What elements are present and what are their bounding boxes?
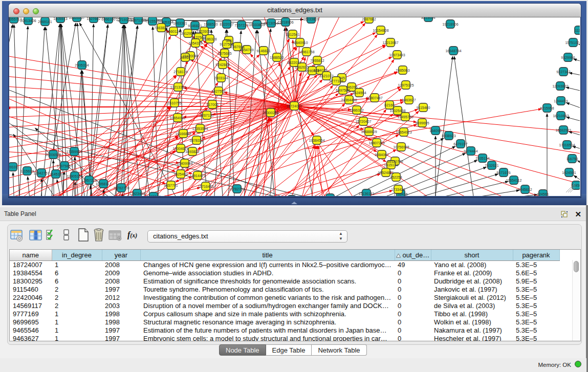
svg-text:116753: 116753 (567, 157, 578, 161)
svg-text:2935134: 2935134 (475, 157, 489, 160)
svg-text:3912954: 3912954 (181, 32, 194, 35)
svg-text:12975125: 12975125 (398, 83, 413, 87)
svg-text:12213383: 12213383 (170, 85, 186, 89)
svg-text:10756928: 10756928 (393, 145, 409, 149)
svg-text:8322037: 8322037 (287, 61, 301, 64)
svg-text:16648784: 16648784 (445, 49, 461, 53)
svg-text:15716485: 15716485 (198, 185, 213, 188)
svg-text:9242848: 9242848 (215, 63, 229, 67)
svg-text:1733436: 1733436 (394, 192, 407, 196)
svg-text:924561: 924561 (537, 192, 549, 196)
svg-text:10807487: 10807487 (366, 96, 382, 100)
svg-text:1024501: 1024501 (562, 171, 576, 174)
svg-text:7955812: 7955812 (310, 59, 324, 62)
svg-text:9329966: 9329966 (561, 56, 575, 59)
svg-text:3493822: 3493822 (185, 150, 199, 154)
svg-text:16120746: 16120746 (387, 160, 403, 163)
svg-text:9084067: 9084067 (375, 153, 388, 157)
svg-text:9146821: 9146821 (256, 49, 270, 53)
svg-text:252254: 252254 (390, 176, 402, 179)
svg-text:10688609: 10688609 (361, 130, 377, 134)
svg-text:16640910: 16640910 (292, 41, 308, 45)
svg-text:1115619: 1115619 (20, 169, 34, 173)
svg-text:6497568: 6497568 (336, 89, 350, 92)
svg-text:19218906: 19218906 (277, 20, 293, 24)
svg-text:13524851: 13524851 (378, 171, 394, 174)
svg-text:20913406: 20913406 (20, 19, 36, 23)
svg-text:8215958: 8215958 (540, 106, 554, 110)
svg-text:23226058: 23226058 (196, 30, 212, 33)
svg-text:16782759: 16782759 (229, 187, 245, 191)
svg-text:2069141: 2069141 (38, 20, 52, 24)
svg-text:10025438: 10025438 (389, 109, 405, 113)
svg-text:19384554: 19384554 (309, 139, 324, 142)
svg-text:3878332: 3878332 (189, 139, 203, 142)
svg-text:3624554: 3624554 (352, 91, 366, 95)
svg-text:16210643: 16210643 (553, 114, 569, 118)
svg-text:2087682: 2087682 (362, 17, 376, 21)
svg-text:2905334: 2905334 (159, 20, 173, 24)
svg-text:1362615: 1362615 (295, 65, 309, 69)
svg-text:9146821: 9146821 (188, 24, 202, 28)
svg-text:9463627: 9463627 (402, 98, 416, 102)
svg-text:1733426: 1733426 (391, 188, 405, 191)
svg-text:114519: 114519 (50, 172, 62, 176)
svg-text:10975857: 10975857 (56, 164, 72, 168)
svg-text:12093822: 12093822 (552, 84, 568, 88)
svg-text:9115460: 9115460 (417, 106, 430, 110)
svg-text:19654923: 19654923 (396, 130, 411, 134)
svg-text:164095: 164095 (429, 129, 441, 133)
svg-text:16671355: 16671355 (130, 18, 146, 22)
svg-text:2905334: 2905334 (75, 63, 89, 67)
svg-text:10654112: 10654112 (506, 179, 522, 182)
svg-text:12942757: 12942757 (33, 171, 49, 175)
svg-text:15136141: 15136141 (358, 192, 374, 195)
svg-text:10958117: 10958117 (96, 182, 112, 186)
svg-text:1621072: 1621072 (319, 74, 333, 78)
svg-text:9657791: 9657791 (164, 184, 178, 187)
svg-text:15692971: 15692971 (555, 128, 571, 132)
svg-text:13353594: 13353594 (192, 127, 208, 130)
svg-text:7357224: 7357224 (234, 24, 248, 27)
svg-text:7485063: 7485063 (396, 69, 409, 72)
svg-text:1405573: 1405573 (53, 17, 67, 20)
svg-text:19218906: 19218906 (442, 23, 458, 26)
svg-text:8186328: 8186328 (203, 37, 216, 41)
svg-text:17016504: 17016504 (559, 143, 575, 147)
svg-text:8660124: 8660124 (166, 30, 180, 33)
svg-text:13495780: 13495780 (397, 115, 413, 119)
svg-text:9777169: 9777169 (329, 79, 343, 83)
svg-text:7986322: 7986322 (350, 108, 363, 112)
svg-text:7632621: 7632621 (485, 164, 498, 167)
svg-text:14914479: 14914479 (189, 174, 205, 178)
svg-text:9794028: 9794028 (313, 69, 327, 72)
svg-text:1292344: 1292344 (146, 195, 160, 196)
svg-text:7625402: 7625402 (173, 172, 187, 176)
svg-text:18807249: 18807249 (368, 141, 384, 145)
svg-text:12905135: 12905135 (67, 174, 82, 178)
svg-text:17957225: 17957225 (81, 179, 97, 182)
svg-text:17359914: 17359914 (66, 150, 82, 154)
svg-text:1112: 1112 (575, 29, 580, 32)
svg-text:1610755: 1610755 (167, 101, 181, 105)
svg-text:10961758: 10961758 (298, 50, 314, 54)
svg-text:8454749: 8454749 (239, 48, 253, 52)
svg-text:8471676: 8471676 (496, 171, 510, 174)
svg-text:417006: 417006 (206, 103, 218, 106)
svg-text:8813054: 8813054 (421, 17, 435, 19)
svg-text:7515526: 7515526 (145, 19, 159, 23)
svg-text:10654982: 10654982 (169, 116, 185, 120)
svg-text:10653267: 10653267 (69, 17, 84, 19)
svg-text:12923448: 12923448 (129, 192, 145, 195)
svg-text:1054339: 1054339 (188, 41, 202, 45)
svg-text:546: 546 (226, 39, 232, 42)
svg-text:1244419: 1244419 (554, 99, 568, 103)
svg-text:2718176: 2718176 (173, 70, 187, 74)
svg-text:10973493: 10973493 (389, 53, 405, 57)
svg-text:98961: 98961 (180, 56, 190, 59)
svg-text:9474444: 9474444 (464, 149, 477, 153)
svg-text:1063381: 1063381 (173, 21, 187, 25)
svg-text:8938923: 8938923 (442, 134, 455, 138)
svg-text:9227342: 9227342 (556, 70, 570, 74)
svg-text:16033809: 16033809 (249, 23, 265, 27)
